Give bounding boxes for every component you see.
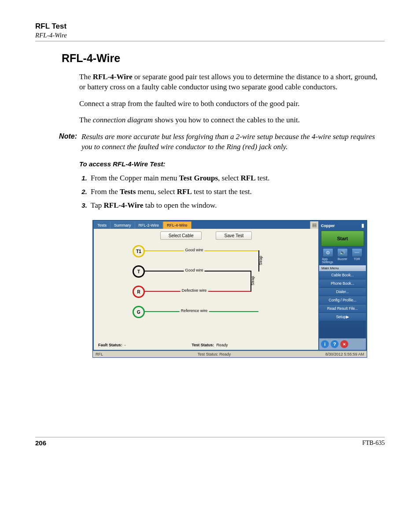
strap-2-label: Strap [251,276,255,286]
tab-rfl-2-wire[interactable]: RFL-2-Wire [135,221,163,229]
battery-icon: ▮ [361,223,364,228]
speaker-icon: 🔊 [337,248,348,257]
app-status-bar: RFL Test Status: Ready 8/30/2012 5:55:59… [93,351,367,357]
test-status-value: Ready [216,343,228,347]
sidebar-title: Copper [321,224,335,228]
access-heading: To access RFL-4-Wire Test: [79,160,385,168]
help-icon[interactable]: ? [331,340,339,348]
tab-rfl-4-wire[interactable]: RFL-4-Wire [163,221,192,229]
layout-toggle-icon[interactable]: ▤ [310,221,318,229]
wire-label-r: Defective wire [181,288,208,293]
status-row: Fault Status: - Test Status: Ready [97,341,315,350]
tab-tests[interactable]: Tests [94,221,111,229]
sidebar-footer-icons: i ? × [319,338,366,350]
paragraph-2: Connect a strap from the faulted wire to… [79,99,385,109]
port-r: R [133,286,145,298]
test-status-label: Test Status: [192,343,214,347]
paragraph-1: The RFL-4-Wire or separate good pair tes… [79,72,385,92]
page-footer: 206 FTB-635 [35,437,385,447]
note-body: Results are more accurate but less forgi… [81,132,385,152]
main-heading: RFL-4-Wire [62,52,385,65]
save-test-button[interactable]: Save Test [216,231,252,240]
statusbar-center: Test Status: Ready [198,352,231,356]
note-block: Note: Results are more accurate but less… [44,132,385,152]
sidebar-item-read-result[interactable]: Read Result File... [319,305,366,313]
tool-app-settings[interactable]: ⚙App. Settings [322,248,334,264]
chevron-right-icon: ▶ [346,315,349,319]
sidebar-item-config-profile[interactable]: Config / Profile... [319,296,366,305]
connection-diagram: T1 Good wire T Good wire R Defective wir… [97,245,315,341]
paragraph-3: The connection diagram shows you how to … [79,115,385,125]
page-header: RFL Test RFL-4-Wire [35,22,385,41]
steps-list: From the Copper main menu Test Groups, s… [79,172,385,212]
tab-bar: Tests Summary RFL-2-Wire RFL-4-Wire ▤ [94,221,318,229]
sidebar-item-cable-book[interactable]: Cable Book... [319,271,366,279]
wire-label-g: Reference wire [180,308,209,313]
wire-label-t: Good wire [184,268,204,272]
note-label: Note: [44,132,81,152]
close-icon[interactable]: × [340,340,348,348]
sidebar-item-phone-book[interactable]: Phone Book... [319,279,366,288]
gear-icon: ⚙ [323,248,333,257]
step-1: From the Copper main menu Test Groups, s… [89,172,385,184]
port-t: T [133,265,145,278]
tool-row: ⚙App. Settings 🔊Buzzer 〰TDR [319,248,366,264]
port-g: G [133,306,145,318]
header-subtitle: RFL-4-Wire [35,32,385,39]
app-screenshot: Tests Summary RFL-2-Wire RFL-4-Wire ▤ Se… [92,220,367,358]
fault-status-label: Fault Status: [98,343,122,347]
app-main-panel: Tests Summary RFL-2-Wire RFL-4-Wire ▤ Se… [94,221,318,350]
wire-label-t1: Good wire [184,248,204,252]
header-title: RFL Test [35,22,385,31]
model-number: FTB-635 [362,440,385,447]
start-button[interactable]: Start [321,231,364,246]
port-t1: T1 [133,245,145,257]
fault-status-value: - [125,343,126,347]
select-cable-button[interactable]: Select Cable [160,231,202,240]
statusbar-right: 8/30/2012 5:55:59 AM [325,352,364,356]
strap-1-label: Strap [258,256,263,266]
step-2: From the Tests menu, select RFL test to … [89,186,385,198]
sidebar-item-setup[interactable]: Setup▶ [319,313,366,321]
tool-tdr[interactable]: 〰TDR [351,248,363,264]
wave-icon: 〰 [352,248,362,257]
statusbar-left: RFL [96,352,103,356]
step-3: Tap RFL-4-Wire tab to open the window. [89,199,385,211]
page-number: 206 [35,439,46,447]
tool-buzzer[interactable]: 🔊Buzzer [336,248,349,264]
info-icon[interactable]: i [321,340,329,348]
app-sidebar: Copper ▮ Start ⚙App. Settings 🔊Buzzer 〰T… [319,221,366,350]
sidebar-item-dialer[interactable]: Dialer... [319,288,366,296]
sidebar-menu-header: Main Menu [319,265,366,271]
tab-summary[interactable]: Summary [111,221,135,229]
